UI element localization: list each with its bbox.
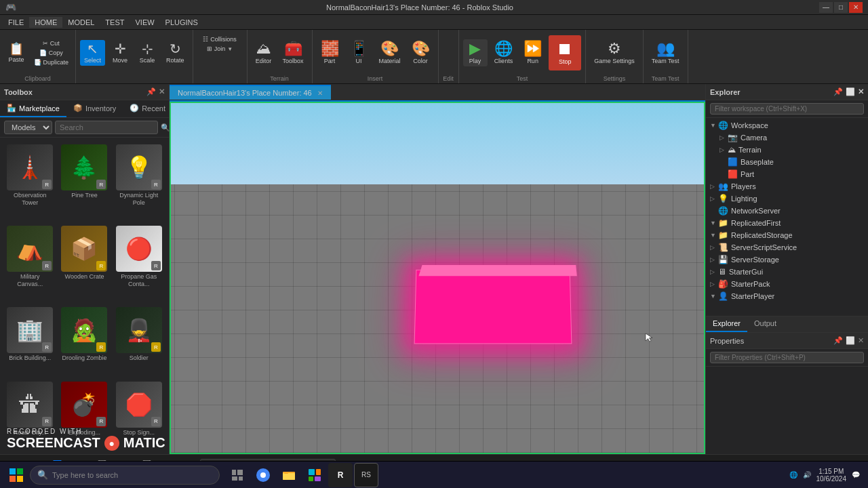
notification-icon[interactable]: 💬 [852,471,860,479]
tree-item-baseplate[interactable]: 🟦 Baseplate [706,156,868,168]
list-item[interactable]: 💂 R Soldier [113,304,165,375]
expand-arrow: ▼ [710,220,718,226]
select-button[interactable]: ↖ Select [80,40,105,66]
color-button[interactable]: 🎨 Color [408,39,434,66]
settings-icon: ⚙ [608,41,621,56]
model-thumbnail: 💂 [125,317,153,343]
model-thumbnail: 🔴 [125,236,153,262]
tree-item-workspace[interactable]: ▼ 🌐 Workspace [706,119,868,131]
tab-recent[interactable]: 🕐 Recent [123,100,172,117]
properties-expand-icon[interactable]: ⬜ [846,336,855,345]
list-item[interactable]: 🔴 R Propane Gas Conta... [113,223,165,302]
menu-test[interactable]: TEST [100,17,130,28]
list-item[interactable]: ⛺ R Military Canvas... [4,223,56,302]
terrain-editor-button[interactable]: ⛰ Editor [252,39,276,66]
run-button[interactable]: ⏩ Run [519,39,546,66]
toolbox-close-icon[interactable]: ✕ [159,87,165,96]
tree-item-starterpack[interactable]: ▷ 🎒 StarterPack [706,278,868,290]
canvas-tab-main[interactable]: NormalBaconHair13's Place Number: 46 ✕ [170,85,331,100]
material-button[interactable]: 🎨 Material [375,39,405,66]
search-input[interactable] [55,121,158,134]
tab-explorer[interactable]: Explorer [706,317,747,332]
network-icon: 🌐 [718,206,728,216]
tree-item-startergui[interactable]: ▷ 🖥 StarterGui [706,266,868,278]
taskbar: 🔍 Type here to search [0,461,868,488]
menu-file[interactable]: FILE [3,17,29,28]
game-settings-button[interactable]: ⚙ Game Settings [590,39,639,66]
clients-icon: 🌐 [494,41,513,56]
collisions-button[interactable]: ☷ Collisions [200,35,239,43]
properties-close-icon[interactable]: ✕ [858,336,864,345]
ui-button[interactable]: 📱 UI [346,39,372,66]
move-button[interactable]: ✛ Move [108,40,132,66]
viewport[interactable] [170,102,705,454]
rotate-button[interactable]: ↻ Rotate [162,40,189,66]
properties-header-icons: 📌 ⬜ ✕ [833,336,864,345]
taskbar-task-view[interactable] [225,463,250,487]
tree-item-starterplayer[interactable]: ▼ 👤 StarterPlayer [706,290,868,302]
taskbar-store[interactable] [302,463,327,487]
model-name: Dynamic Light Pole [116,192,162,207]
scale-button[interactable]: ⊹ Scale [135,40,159,66]
tree-item-serverscript[interactable]: ▷ 📜 ServerScriptService [706,241,868,253]
taskbar-chrome[interactable] [251,463,275,487]
taskbar-search[interactable]: 🔍 Type here to search [30,466,220,485]
toolbar-insert: 🧱 Part 📱 UI 🎨 Material 🎨 Color Insert [313,30,439,83]
selected-part[interactable] [414,270,572,344]
tree-item-lighting[interactable]: ▷ 💡 Lighting [706,192,868,205]
expand-arrow: ▼ [710,232,718,239]
list-item[interactable]: 📦 R Wooden Crate [58,223,110,302]
menu-model[interactable]: MODEL [62,17,100,28]
list-item[interactable]: 🗼 R Observation Tower [4,142,56,220]
start-button[interactable] [3,462,30,489]
part-icon: 🧱 [321,41,339,56]
join-button[interactable]: ⊞ Join ▼ [200,45,239,53]
clients-server-button[interactable]: 🌐 Clients [490,39,517,66]
list-item[interactable]: 💡 R Dynamic Light Pole [113,142,165,220]
explorer-expand-icon[interactable]: ⬜ [846,87,855,96]
tree-item-camera[interactable]: ▷ 📷 Camera [706,131,868,144]
maximize-button[interactable]: □ [834,2,848,13]
play-button[interactable]: ▶ Play [463,39,488,66]
menu-plugins[interactable]: PLUGINS [160,17,203,28]
list-item[interactable]: 🏢 R Brick Building... [4,304,56,375]
search-icon[interactable]: 🔍 [161,123,170,132]
list-item[interactable]: 🧟 R Drooling Zombie [58,304,110,375]
toolbox-pin-icon[interactable]: 📌 [146,87,156,96]
properties-pin-icon[interactable]: 📌 [833,336,843,345]
taskbar-roblox[interactable]: R [328,463,353,487]
close-button[interactable]: ✕ [849,2,863,13]
menu-view[interactable]: VIEW [130,17,159,28]
tree-item-replicatedfirst[interactable]: ▼ 📁 ReplicatedFirst [706,217,868,229]
explorer-lock-icon[interactable]: 📌 [833,87,843,96]
models-dropdown[interactable]: Models Decals Plugins [4,121,52,134]
stop-button[interactable]: ⏹ Stop [549,35,581,70]
tab-inventory[interactable]: 📦 Inventory [66,100,123,117]
tree-item-part[interactable]: 🟥 Part [706,168,868,180]
canvas-close-icon[interactable]: ✕ [317,89,323,97]
paste-button[interactable]: 📋 Paste [4,41,28,65]
tab-marketplace[interactable]: 🏪 Marketplace [0,100,66,117]
tree-item-networkserver[interactable]: 🌐 NetworkServer [706,205,868,217]
models-grid: 🗼 R Observation Tower 🌲 R Pine Tree 💡 R … [0,138,169,454]
taskbar-studio[interactable]: RS [354,463,378,487]
cut-button[interactable]: ✂ Cut [31,39,71,47]
duplicate-button[interactable]: 📑 Duplicate [31,58,71,66]
explorer-close-icon[interactable]: ✕ [858,87,864,96]
taskbar-explorer[interactable] [277,463,301,487]
tree-item-replicatedstorage[interactable]: ▼ 📁 ReplicatedStorage [706,229,868,241]
explorer-search-input[interactable] [710,103,864,115]
svg-rect-5 [237,470,243,475]
tree-item-terrain[interactable]: ▷ ⛰ Terrain [706,144,868,156]
properties-search-input[interactable] [710,352,864,363]
team-test-button[interactable]: 👥 Team Test [648,39,684,66]
toolbox-button[interactable]: 🧰 Toolbox [279,39,308,66]
copy-button[interactable]: 📄 Copy [31,49,71,57]
tab-output[interactable]: Output [747,317,783,332]
list-item[interactable]: 🌲 R Pine Tree [58,142,110,220]
tree-item-players[interactable]: ▷ 👥 Players [706,180,868,192]
part-button[interactable]: 🧱 Part [317,39,343,66]
menu-home[interactable]: HOME [29,17,62,28]
minimize-button[interactable]: — [819,2,833,13]
tree-item-serverstorage[interactable]: ▷ 💾 ServerStorage [706,253,868,266]
